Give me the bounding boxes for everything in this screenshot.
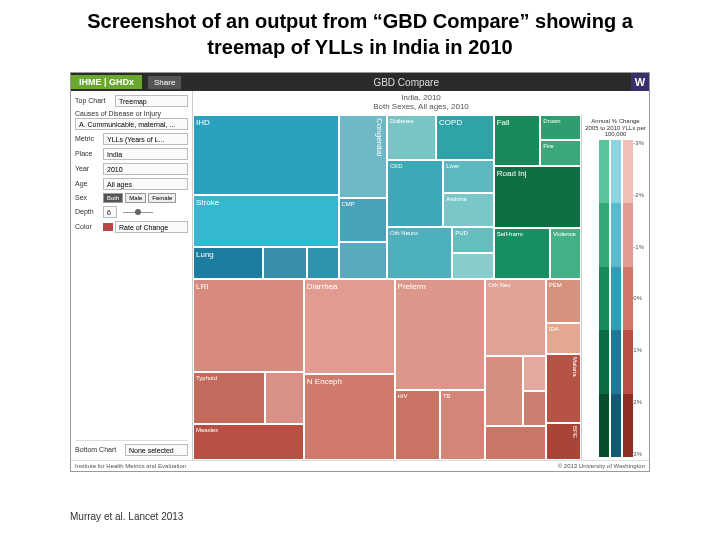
sex-radio-group: Both Male Female xyxy=(103,193,176,203)
share-button[interactable]: Share xyxy=(148,76,181,89)
cell-self-harm[interactable]: Self-harm xyxy=(494,228,550,279)
sidebar: Top Chart Treemap Causes of Disease or I… xyxy=(71,91,193,460)
cell-lri[interactable]: LRI xyxy=(193,279,304,372)
cell-pem[interactable]: PEM xyxy=(546,279,581,323)
citation: Murray et al. Lancet 2013 xyxy=(70,511,183,522)
cell-small-a[interactable] xyxy=(263,247,307,279)
cell-stroke[interactable]: Stroke xyxy=(193,195,339,247)
cell-malaria[interactable]: Malaria xyxy=(546,354,581,423)
legend-ticks: -3%-2%-1%0%1%2%3% xyxy=(633,140,644,457)
legend-bar-red xyxy=(623,140,633,457)
brand-label[interactable]: IHME | GHDx xyxy=(71,75,142,89)
sex-female-button[interactable]: Female xyxy=(148,193,176,203)
cell-oth-neo2[interactable] xyxy=(485,356,523,426)
bottom-chart-select[interactable]: None selected xyxy=(125,444,188,456)
metric-select[interactable]: YLLs (Years of L... xyxy=(103,133,188,145)
cell-diabetes[interactable]: Diabetes xyxy=(387,115,436,160)
cell-cmp[interactable]: CMP xyxy=(339,198,388,243)
vis-header: India, 2010 Both Sexes, All ages, 2010 xyxy=(193,91,649,115)
cell-small-c[interactable] xyxy=(339,242,388,279)
legend-title: Annual % Change 2005 to 2010 YLLs per 10… xyxy=(585,118,646,138)
footer-left: Institute for Health Metrics and Evaluat… xyxy=(75,463,186,469)
sex-male-button[interactable]: Male xyxy=(125,193,146,203)
cell-asthma[interactable]: Asthma xyxy=(443,193,493,227)
cell-ckd[interactable]: CKD xyxy=(387,160,443,227)
place-label: Place xyxy=(75,150,103,157)
visualization-area: India, 2010 Both Sexes, All ages, 2010 I… xyxy=(193,91,649,460)
cause-label: Causes of Disease or Injury xyxy=(75,110,188,117)
cell-fire[interactable]: Fire xyxy=(540,140,581,165)
cell-small-b[interactable] xyxy=(307,247,339,279)
cell-lung[interactable]: Lung xyxy=(193,247,263,279)
legend: Annual % Change 2005 to 2010 YLLs per 10… xyxy=(581,115,649,460)
app-window: IHME | GHDx Share GBD Compare W Top Char… xyxy=(70,72,650,472)
cell-copd[interactable]: COPD xyxy=(436,115,494,160)
treemap[interactable]: IHD Stroke Lung Congenital CMP xyxy=(193,115,581,460)
app-header: IHME | GHDx Share GBD Compare W xyxy=(71,73,649,91)
app-title: GBD Compare xyxy=(181,77,631,88)
slide-title: Screenshot of an output from “GBD Compar… xyxy=(0,0,720,72)
cell-pud[interactable]: PUD xyxy=(452,227,493,253)
cause-select[interactable]: A. Communicable, maternal, ... xyxy=(75,118,188,130)
cell-small-f[interactable] xyxy=(523,356,545,391)
cell-fall[interactable]: Fall xyxy=(494,115,541,166)
cell-violence[interactable]: Violence xyxy=(550,228,581,279)
metric-label: Metric xyxy=(75,135,103,142)
age-label: Age xyxy=(75,180,103,187)
cell-hiv[interactable]: HIV xyxy=(395,390,440,460)
top-chart-label: Top Chart xyxy=(75,97,115,104)
depth-slider[interactable] xyxy=(123,212,153,213)
color-select[interactable]: Rate of Change xyxy=(115,221,188,233)
cell-ida[interactable]: IDA xyxy=(546,323,581,354)
cell-road-inj[interactable]: Road Inj xyxy=(494,166,581,229)
cell-measles[interactable]: Measles xyxy=(193,424,304,460)
app-footer: Institute for Health Metrics and Evaluat… xyxy=(71,460,649,471)
cell-oth-neuro[interactable]: Oth Neuro xyxy=(387,227,452,279)
top-chart-select[interactable]: Treemap xyxy=(115,95,188,107)
cell-bpe[interactable]: BPE xyxy=(546,423,581,460)
cell-small-g[interactable] xyxy=(523,391,545,426)
color-label: Color xyxy=(75,223,103,230)
cell-drown[interactable]: Drown xyxy=(540,115,581,140)
cell-small-d[interactable] xyxy=(452,253,493,279)
depth-value[interactable]: 6 xyxy=(103,206,117,218)
vis-header-line2: Both Sexes, All ages, 2010 xyxy=(193,102,649,111)
cell-ihd[interactable]: IHD xyxy=(193,115,339,195)
cell-small-h[interactable] xyxy=(485,426,545,460)
color-swatch-icon xyxy=(103,223,113,231)
cell-liver[interactable]: Liver xyxy=(443,160,493,194)
footer-right: © 2013 University of Washington xyxy=(558,463,645,469)
cell-preterm[interactable]: Preterm xyxy=(395,279,486,390)
year-label: Year xyxy=(75,165,103,172)
cell-n-enceph[interactable]: N Enceph xyxy=(304,374,395,460)
legend-bar-blue xyxy=(611,140,621,457)
place-select[interactable]: India xyxy=(103,148,188,160)
sex-label: Sex xyxy=(75,194,103,201)
cell-typhoid[interactable]: Typhoid xyxy=(193,372,265,424)
cell-diarrhea[interactable]: Diarrhea xyxy=(304,279,395,374)
uw-logo: W xyxy=(631,73,649,91)
sex-both-button[interactable]: Both xyxy=(103,193,123,203)
cell-congenital[interactable]: Congenital xyxy=(339,115,388,198)
cell-small-e[interactable] xyxy=(265,372,304,424)
legend-bar-green xyxy=(599,140,609,457)
cell-tb[interactable]: TB xyxy=(440,390,485,460)
vis-header-line1: India, 2010 xyxy=(193,93,649,102)
bottom-chart-label: Bottom Chart xyxy=(75,446,125,453)
year-select[interactable]: 2010 xyxy=(103,163,188,175)
age-select[interactable]: All ages xyxy=(103,178,188,190)
cell-oth-neo[interactable]: Oth Neo xyxy=(485,279,545,355)
depth-label: Depth xyxy=(75,208,103,215)
